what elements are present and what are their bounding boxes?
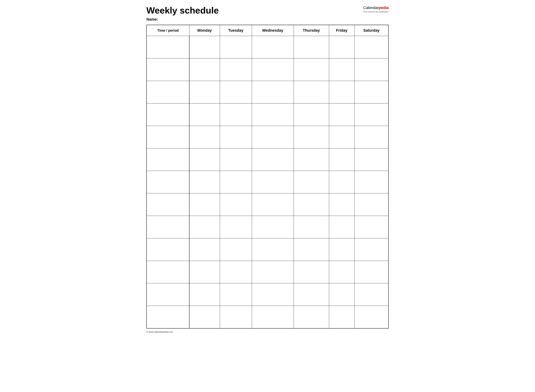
table-cell	[355, 58, 389, 81]
table-cell	[220, 171, 252, 193]
table-cell	[355, 193, 389, 216]
table-cell	[329, 216, 355, 238]
table-cell	[294, 36, 329, 58]
table-cell	[355, 238, 389, 261]
table-cell	[146, 216, 189, 238]
header: Weekly schedule Calendarpedia Your sourc…	[146, 5, 389, 15]
table-cell	[220, 238, 252, 261]
table-cell	[146, 81, 189, 103]
table-cell	[252, 81, 294, 103]
table-row	[146, 306, 389, 328]
table-cell	[294, 216, 329, 238]
table-cell	[189, 81, 220, 103]
table-cell	[294, 238, 329, 261]
table-cell	[189, 261, 220, 283]
table-cell	[252, 216, 294, 238]
logo-text: Calendarpedia	[363, 5, 389, 10]
table-cell	[355, 283, 389, 306]
table-cell	[355, 171, 389, 193]
table-row	[146, 81, 389, 103]
table-row	[146, 283, 389, 306]
table-cell	[355, 81, 389, 103]
table-cell	[146, 193, 189, 216]
table-cell	[252, 58, 294, 81]
table-cell	[146, 36, 189, 58]
table-row	[146, 58, 389, 81]
table-cell	[355, 103, 389, 126]
table-cell	[189, 193, 220, 216]
table-cell	[294, 283, 329, 306]
table-cell	[220, 36, 252, 58]
table-cell	[146, 126, 189, 149]
table-cell	[294, 103, 329, 126]
table-cell	[329, 126, 355, 149]
table-cell	[220, 283, 252, 306]
table-cell	[329, 193, 355, 216]
table-row	[146, 216, 389, 238]
table-header: Time / period Monday Tuesday Wednesday T…	[146, 25, 389, 36]
page-title: Weekly schedule	[146, 5, 219, 15]
table-cell	[329, 306, 355, 328]
table-cell	[329, 238, 355, 261]
table-cell	[355, 216, 389, 238]
col-saturday: Saturday	[355, 25, 389, 36]
col-time: Time / period	[146, 25, 189, 36]
table-cell	[189, 58, 220, 81]
table-cell	[146, 58, 189, 81]
table-row	[146, 238, 389, 261]
table-cell	[329, 36, 355, 58]
table-cell	[294, 171, 329, 193]
table-row	[146, 149, 389, 171]
table-cell	[252, 103, 294, 126]
table-cell	[329, 149, 355, 171]
table-cell	[294, 126, 329, 149]
table-row	[146, 261, 389, 283]
schedule-table: Time / period Monday Tuesday Wednesday T…	[146, 25, 389, 328]
table-cell	[294, 261, 329, 283]
page-container: Weekly schedule Calendarpedia Your sourc…	[146, 5, 389, 333]
logo-calendar: Calendar	[363, 5, 379, 10]
table-cell	[189, 149, 220, 171]
table-cell	[220, 193, 252, 216]
table-row	[146, 36, 389, 58]
table-cell	[252, 126, 294, 149]
table-cell	[189, 103, 220, 126]
table-cell	[146, 306, 189, 328]
logo-container: Calendarpedia Your source for calendars	[363, 5, 389, 13]
footer: © www.calendarpedia.com	[146, 331, 389, 333]
table-cell	[329, 261, 355, 283]
table-cell	[252, 238, 294, 261]
table-cell	[189, 126, 220, 149]
table-cell	[252, 283, 294, 306]
table-cell	[355, 126, 389, 149]
col-monday: Monday	[189, 25, 220, 36]
table-row	[146, 103, 389, 126]
table-cell	[146, 261, 189, 283]
logo-subtitle: Your source for calendars	[363, 10, 389, 13]
table-cell	[355, 306, 389, 328]
table-cell	[189, 306, 220, 328]
table-cell	[329, 81, 355, 103]
table-cell	[294, 58, 329, 81]
table-cell	[220, 261, 252, 283]
table-cell	[355, 36, 389, 58]
table-cell	[329, 103, 355, 126]
table-cell	[252, 306, 294, 328]
table-cell	[252, 193, 294, 216]
col-tuesday: Tuesday	[220, 25, 252, 36]
col-friday: Friday	[329, 25, 355, 36]
table-cell	[189, 216, 220, 238]
col-thursday: Thursday	[294, 25, 329, 36]
table-cell	[252, 261, 294, 283]
table-cell	[189, 36, 220, 58]
table-cell	[294, 193, 329, 216]
table-cell	[146, 171, 189, 193]
table-cell	[220, 216, 252, 238]
table-cell	[252, 36, 294, 58]
table-body	[146, 36, 389, 328]
table-cell	[252, 171, 294, 193]
table-cell	[294, 81, 329, 103]
table-cell	[294, 149, 329, 171]
table-cell	[146, 149, 189, 171]
table-row	[146, 126, 389, 149]
